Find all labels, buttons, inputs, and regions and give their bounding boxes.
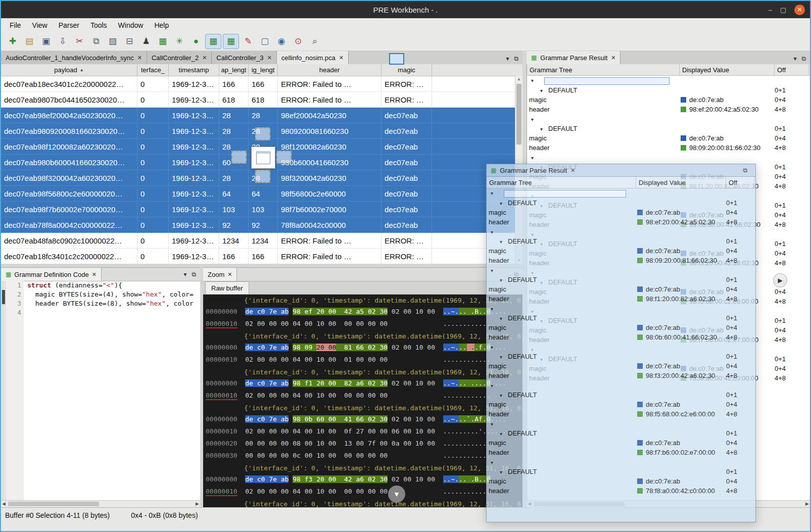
chevron-down-icon[interactable]: ▾ xyxy=(500,431,506,437)
hex-row[interactable]: 00000020 00 00 00 00 08 00 10 00 13 00 7… xyxy=(206,438,522,450)
tree-field-header[interactable]: header98:f1:20:00:82:a6:02:304+8 xyxy=(487,294,755,304)
tab-close-icon[interactable]: ✕ xyxy=(202,55,207,61)
code-editor[interactable]: 1234 struct (endianness="<"){ magic BYTE… xyxy=(1,281,200,501)
tree-root-row[interactable]: ▾ xyxy=(487,419,755,428)
export-icon[interactable]: ⇩ xyxy=(55,34,70,49)
window-icon[interactable]: ▢ xyxy=(257,34,272,49)
chevron-down-icon[interactable]: ▾ xyxy=(491,345,497,350)
hex-row[interactable]: 00000000 de c0 7e ab 98 f3 20 00 42 a6 0… xyxy=(206,473,522,486)
tree-field-header[interactable]: header78:f8:a0:00:42:c0:00:004+8 xyxy=(487,486,755,496)
tree-field-header[interactable]: header98:0b:60:00:41:66:02:304+8 xyxy=(487,332,755,342)
tree-field-magic[interactable]: magicde:c0:7e:ab0+4 xyxy=(527,133,810,143)
tree-node-default[interactable]: ▾DEFAULT0+1 xyxy=(487,467,755,476)
scroll-more-down-icon[interactable]: ▼ xyxy=(388,486,405,503)
hex-row[interactable]: 00000030 00 00 00 00 0c 00 10 00 00 00 0… xyxy=(206,450,522,462)
float-panel-icon[interactable]: ⧉ xyxy=(192,271,196,278)
code-line[interactable]: magic BYTES(size=(4), show="hex", color= xyxy=(27,290,194,299)
tree-root-row[interactable]: ▾ xyxy=(527,76,810,85)
chevron-down-icon[interactable]: ▾ xyxy=(531,117,537,122)
tab-list-dropdown-icon[interactable]: ▾ xyxy=(793,55,796,62)
detach-panel-icon[interactable]: ⧉ xyxy=(801,55,806,62)
run-icon[interactable]: ● xyxy=(188,34,204,49)
tree-node-default[interactable]: ▾DEFAULT0+1 xyxy=(487,428,755,438)
horizontal-splitter[interactable] xyxy=(1,264,522,267)
column-header-off[interactable]: Off xyxy=(775,64,809,75)
code-horizontal-scrollbar[interactable]: ◀ ▶ xyxy=(1,500,200,507)
tree-node-default[interactable]: ▾DEFAULT0+1 xyxy=(527,124,810,133)
chevron-down-icon[interactable]: ▾ xyxy=(500,469,506,475)
tree-field-magic[interactable]: magicde:c0:7e:ab0+4 xyxy=(487,246,755,256)
tree-node-default[interactable]: ▾DEFAULT0+1 xyxy=(487,313,755,323)
detach-panel-icon[interactable]: ⧉ xyxy=(514,55,518,62)
tab-close-icon[interactable]: ✕ xyxy=(227,271,232,278)
packet-row[interactable]: dec07eab98f7b60002e70000020…01969-12-3…1… xyxy=(1,202,522,217)
scroll-left-icon[interactable]: ◀ xyxy=(2,501,6,506)
tree-node-default[interactable]: ▾DEFAULT0+1 xyxy=(487,390,755,400)
hex-row[interactable]: 00000010 02 00 00 00 04 00 10 00 00 00 0… xyxy=(206,318,522,330)
hex-row[interactable]: 00000010 02 00 00 00 04 00 10 00 01 00 0… xyxy=(206,354,522,366)
tab-list-dropdown-icon[interactable]: ▾ xyxy=(506,55,509,62)
tree-field-magic[interactable]: magicde:c0:7e:ab0+4 xyxy=(487,208,755,217)
tree-field-header[interactable]: header98:f3:20:00:42:a6:02:304+8 xyxy=(487,371,755,380)
tree-field-header[interactable]: header98:ef:20:00:42:a5:02:304+8 xyxy=(487,217,755,227)
chevron-down-icon[interactable]: ▾ xyxy=(531,155,537,161)
tree-field-magic[interactable]: magicde:c0:7e:ab0+4 xyxy=(487,361,755,371)
tree-root-row[interactable]: ▾ xyxy=(487,265,755,275)
maximize-icon[interactable]: ▢ xyxy=(780,6,786,14)
floating-window-titlebar[interactable]: ▦ Grammar Parse Result ✕ ⧉ xyxy=(487,164,755,177)
hex-row[interactable]: 00000000 de c0 7e ab 98 f1 20 00 82 a6 0… xyxy=(206,377,522,390)
chevron-down-icon[interactable]: ▾ xyxy=(500,239,506,245)
column-header-ap_lengt[interactable]: ap_lengt xyxy=(219,64,249,76)
chevron-down-icon[interactable]: ▾ xyxy=(540,88,546,93)
tree-field-magic[interactable]: magicde:c0:7e:ab0+4 xyxy=(487,438,755,448)
column-header-terface_[interactable]: terface_ xyxy=(137,64,169,76)
scroll-right-icon[interactable]: ▶ xyxy=(805,501,809,506)
code-line[interactable]: header BYTES(size=(8), show="hex", color xyxy=(27,299,194,308)
new-file-icon[interactable]: ✚ xyxy=(5,34,20,49)
chevron-down-icon[interactable]: ▾ xyxy=(491,383,497,389)
packet-row[interactable]: dec07eab18ec3401c2c20000022…01969-12-3…1… xyxy=(1,76,522,92)
tab-close-icon[interactable]: ✕ xyxy=(339,55,344,61)
tree-field-magic[interactable]: magicde:c0:7e:ab0+4 xyxy=(487,476,755,486)
tree-field-magic[interactable]: magicde:c0:7e:ab0+4 xyxy=(527,95,810,105)
chevron-down-icon[interactable]: ▾ xyxy=(500,393,506,398)
tree-field-header[interactable]: header98:f7:b6:00:02:e7:00:004+8 xyxy=(487,448,755,457)
doc-tab[interactable]: cellinfo_nosim.pca✕ xyxy=(277,51,349,64)
code-lines[interactable]: struct (endianness="<"){ magic BYTES(siz… xyxy=(24,281,194,501)
tree-field-header[interactable]: header98:ef:20:00:42:a5:02:304+8 xyxy=(527,105,810,114)
column-header-displayed-value[interactable]: Displayed Value xyxy=(636,177,726,188)
scroll-more-right-icon[interactable]: ▶ xyxy=(773,273,787,287)
column-header-ig_lengt[interactable]: ig_lengt xyxy=(249,64,278,76)
packet-row[interactable]: dec07eab98ef200042a50230020…01969-12-3…2… xyxy=(1,108,522,123)
chevron-down-icon[interactable]: ▾ xyxy=(491,229,497,235)
hex-row[interactable]: 00000010 02 00 00 00 04 00 10 00 00 00 0… xyxy=(206,390,522,402)
tree-root-row[interactable]: ▾ xyxy=(487,304,755,313)
chevron-down-icon[interactable]: ▾ xyxy=(491,190,497,196)
menu-item-view[interactable]: View xyxy=(27,19,53,31)
chevron-down-icon[interactable]: ▾ xyxy=(491,421,497,427)
scrollbar-thumb[interactable] xyxy=(8,502,99,506)
raw-buffer-tab[interactable]: Raw buffer xyxy=(205,281,249,294)
hex-row[interactable]: 00000010 02 00 00 00 04 00 10 00 0f 27 0… xyxy=(206,425,522,438)
menu-item-file[interactable]: File xyxy=(4,19,27,31)
packet-row[interactable]: dec07eab48fa8c0902c10000022…01969-12-3…1… xyxy=(1,233,522,249)
tab-close-icon[interactable]: ✕ xyxy=(137,55,142,61)
copy-icon[interactable]: ⧉ xyxy=(88,34,104,49)
paste-icon[interactable]: ▨ xyxy=(105,34,120,49)
tab-close-icon[interactable]: ✕ xyxy=(570,167,575,174)
tab-close-icon[interactable]: ✕ xyxy=(267,55,272,61)
hex-row[interactable]: 00000000 de c0 7e ab 98 0b 60 00 41 66 0… xyxy=(206,413,522,425)
hex-row[interactable]: 00000000 de c0 7e ab 98 ef 20 00 42 a5 0… xyxy=(206,306,522,318)
scrollbar-thumb[interactable] xyxy=(516,84,521,144)
hex-row[interactable]: 00000000 de c0 7e ab 98 09 20 00 81 66 0… xyxy=(206,342,522,354)
tree-root-row[interactable]: ▾ xyxy=(487,188,755,198)
close-icon[interactable]: ✕ xyxy=(794,5,805,15)
print-icon[interactable]: ⊟ xyxy=(122,34,137,49)
capture-icon[interactable]: ▦ xyxy=(155,34,170,49)
chevron-down-icon[interactable]: ▾ xyxy=(500,201,506,206)
chevron-down-icon[interactable]: ▾ xyxy=(531,78,537,83)
cut-icon[interactable]: ✂ xyxy=(72,34,87,49)
menu-item-parser[interactable]: Parser xyxy=(53,19,85,31)
code-line[interactable] xyxy=(27,308,194,317)
packet-row[interactable]: dec07eab9807bc0441650230020…01969-12-3…6… xyxy=(1,92,522,108)
